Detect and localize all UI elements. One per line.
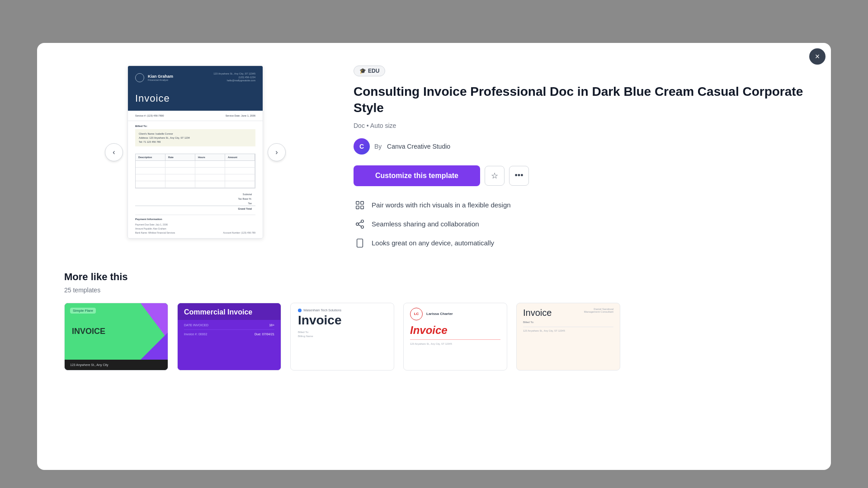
bank-name-row: Bank Name: Whitlow Financial Services Ac… [135,230,255,235]
card-5-invoice-title: Invoice [523,308,552,318]
card-3-info: Billed To: Billing Name [298,330,387,339]
feature-item-1: Pair words with rich visuals in a flexib… [354,199,804,211]
service-date: Service Date: June 1, 2036 [226,114,255,117]
star-icon: ☆ [491,171,498,181]
tax-base-label: Tax Base %: [238,197,252,200]
card-5-header: Invoice Daniel Sandoval Management Consu… [523,308,613,318]
card-4-company-name: Larissa Charter [426,312,453,316]
preview-area: ‹ Kian Graham Financial Analyst [64,61,326,249]
row4-amount [225,181,255,188]
subtotal-row: Subtotal [135,192,255,197]
card-3-invoice-label: Invoice [298,313,387,328]
templates-count: 25 templates [64,286,804,294]
feature-item-3: Looks great on any device, automatically [354,237,804,249]
share-icon [354,218,366,230]
more-title: More like this [64,271,804,283]
svg-point-6 [361,225,364,228]
card-2-row-1: DATE INVOICED 18+ [184,324,274,327]
card-2-label-2: Invoice #: 00002 [184,333,207,336]
related-template-3[interactable]: Waisenham Tech Solutions Invoice Billed … [290,303,394,371]
table-row [136,174,255,181]
card-3-info-line-2: Billing Name [298,334,387,339]
table-header-row: Description Rate Hours Amount [136,154,255,161]
row2-rate [165,168,195,174]
feature-text-1: Pair words with rich visuals in a flexib… [372,201,511,209]
chevron-left-icon: ‹ [113,148,115,156]
card-2-body: DATE INVOICED 18+ Invoice #: 00002 Due: … [178,320,281,370]
template-detail-modal: × ‹ [37,43,831,470]
card-3-company: Waisenham Tech Solutions [298,309,387,312]
row1-hours [195,161,225,167]
card-2-header: Commercial Invoice [178,303,281,320]
feature-item-2: Seamless sharing and collaboration [354,218,804,230]
billed-to-label: Billed To: [135,125,255,127]
card-2-row-2: Invoice #: 00002 Due: 07/04/21 [184,333,274,336]
favorite-button[interactable]: ☆ [485,166,505,186]
company-dot [298,309,302,312]
card-1-triangle-2 [141,333,168,360]
svg-rect-3 [361,206,363,209]
more-options-button[interactable]: ••• [509,166,529,186]
row3-rate [165,174,195,181]
feature-text-2: Seamless sharing and collaboration [372,220,479,228]
template-meta: Doc • Auto size [354,122,804,129]
card-5-billed: Billed To: [523,321,613,324]
payment-method-label: Amount Payable: Alan Graham [135,227,166,230]
card-4-divider [410,339,500,340]
feature-text-3: Looks great on any device, automatically [372,239,494,247]
header-email: hello@reallygreatsite.com [213,79,255,83]
close-button[interactable]: × [809,48,826,65]
grid-icon [354,199,366,211]
tax-row: Tax [135,201,255,206]
header-phone: (123) 456-1234 [213,76,255,80]
edu-badge: 🎓 EDU [354,66,385,76]
card-4-info-address: 123 Anywhere St., Any City, ST 12345 [410,343,500,345]
grand-total-row: Grand Total [135,206,255,211]
related-template-2[interactable]: Commercial Invoice DATE INVOICED 18+ Inv… [177,303,281,371]
client-info-box: Client's Name: Isabelle Connor Address: … [135,129,255,146]
service-no: Service #: (123) 456-7890 [135,114,164,117]
row3-desc [136,174,165,181]
svg-point-5 [356,223,359,225]
card-1-bottom: 123 Anywhere St., Any City [65,360,168,370]
author-display-name: Canva Creative Studio [387,143,450,150]
client-name: Client's Name: Isabelle Connor [139,132,252,136]
invoice-totals: Subtotal Tax Base %: Tax [135,192,255,211]
card-4-header: LC Larissa Charter [410,308,500,320]
modal-scroll-area: ‹ Kian Graham Financial Analyst [37,43,831,470]
row1-amount [225,161,255,167]
preview-wrapper: ‹ Kian Graham Financial Analyst [127,66,263,239]
row4-desc [136,181,165,188]
client-address: Address: 123 Anywhere St., Any City, ST … [139,136,252,140]
card-1-badge: Simple Flare [70,308,96,314]
related-templates-grid: Simple Flare INVOICE 123 Anywhere St., A… [64,303,804,371]
svg-rect-9 [357,239,363,247]
bank-name-label: Bank Name: Whitlow Financial Services [135,231,175,234]
invoice-person-info: Kian Graham Financial Analyst [148,74,173,81]
payment-due-label: Payment Due Date: July 1, 2036 [135,223,168,226]
related-template-5[interactable]: Invoice Daniel Sandoval Management Consu… [516,303,620,371]
tax-label: Tax [248,202,252,205]
card-5-divider [523,327,613,327]
invoice-header-bg: Kian Graham Financial Analyst 123 Anywhe… [128,66,263,89]
billed-to-section: Billed To: Client's Name: Isabelle Conno… [128,121,263,150]
card-1-bottom-text: 123 Anywhere St., Any City [70,363,162,366]
row4-hours [195,181,225,188]
payment-due-row: Payment Due Date: July 1, 2036 [135,222,255,226]
tax-base-row: Tax Base %: [135,197,255,201]
table-row [136,168,255,174]
carousel-next-button[interactable]: › [268,143,286,161]
row3-hours [195,174,225,181]
related-template-1[interactable]: Simple Flare INVOICE 123 Anywhere St., A… [64,303,168,371]
device-icon [354,237,366,249]
related-template-4[interactable]: LC Larissa Charter Invoice 123 Anywhere … [403,303,507,371]
invoice-meta-row: Service #: (123) 456-7890 Service Date: … [128,111,263,121]
row4-rate [165,181,195,188]
card-2-label-1: DATE INVOICED [184,324,208,327]
author-name: By Canva Creative Studio [374,143,450,150]
edu-icon: 🎓 [359,68,366,74]
invoice-header-right: 123 Anywhere St., Any City, ST 12345 (12… [213,72,255,83]
card-5-info: 123 Anywhere St., Any City, ST 12345 [523,329,613,332]
carousel-prev-button[interactable]: ‹ [105,143,123,161]
customize-template-button[interactable]: Customize this template [354,165,480,186]
